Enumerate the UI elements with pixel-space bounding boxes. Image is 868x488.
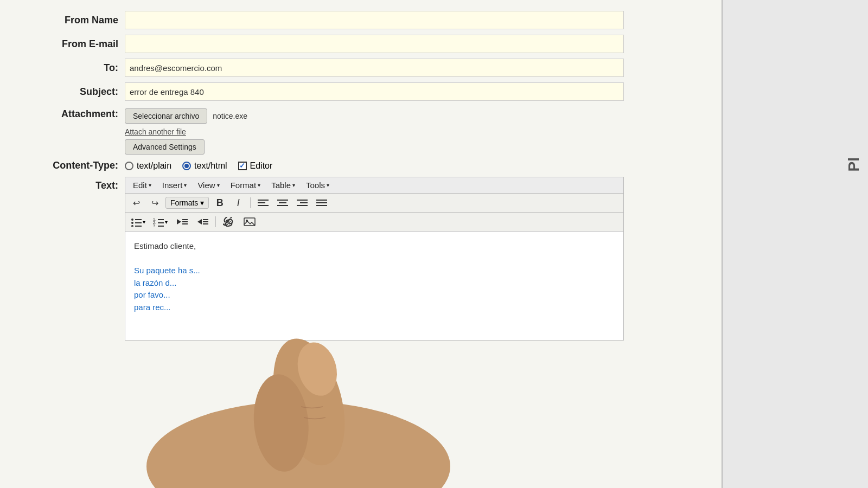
subject-value: error de entrega 840 [125, 82, 624, 101]
svg-rect-26 [182, 221, 188, 222]
svg-marker-24 [177, 219, 181, 224]
svg-rect-7 [300, 202, 308, 203]
content-line2 [134, 253, 615, 265]
menu-table[interactable]: Table ▾ [267, 179, 299, 191]
svg-rect-29 [203, 219, 208, 220]
to-row: To: andres@escomercio.com [16, 59, 705, 77]
advanced-settings-button[interactable]: Advanced Settings [125, 139, 205, 155]
outdent-button[interactable] [194, 215, 211, 229]
align-right-button[interactable] [294, 196, 310, 210]
svg-point-36 [250, 372, 312, 474]
toolbar-sep2 [215, 216, 216, 227]
svg-rect-31 [203, 223, 208, 224]
svg-rect-3 [277, 200, 288, 201]
from-email-input[interactable] [125, 35, 624, 53]
table-arrow: ▾ [292, 182, 295, 188]
checkbox-editor[interactable]: Editor [238, 161, 273, 171]
menu-insert[interactable]: Insert ▾ [158, 179, 192, 191]
to-label: To: [16, 62, 125, 74]
svg-rect-9 [316, 200, 327, 201]
right-panel-label: Pl [845, 157, 863, 171]
svg-rect-30 [203, 221, 208, 222]
menu-tools[interactable]: Tools ▾ [302, 179, 334, 191]
indent-icon [176, 217, 188, 227]
svg-rect-23 [158, 226, 164, 227]
attachment-row: Attachment: Seleccionar archivo notice.e… [16, 106, 705, 155]
editor-content[interactable]: Estimado cliente, Su paquete ha s... la … [125, 232, 623, 340]
menu-edit[interactable]: Edit ▾ [129, 179, 156, 191]
radio-plain-label: text/plain [137, 161, 171, 171]
indent-button[interactable] [173, 215, 190, 229]
svg-rect-8 [297, 205, 308, 206]
from-name-label: From Name [16, 15, 125, 26]
undo-button[interactable]: ↩ [129, 196, 144, 210]
from-email-row: From E-mail [16, 35, 705, 53]
svg-rect-21 [158, 222, 164, 223]
formats-button[interactable]: Formats ▾ [165, 197, 209, 209]
unordered-list-icon [131, 217, 142, 227]
align-left-icon [258, 198, 269, 207]
radio-text-plain[interactable]: text/plain [125, 161, 171, 171]
svg-rect-0 [258, 200, 269, 201]
content-type-options: text/plain text/html Editor [125, 161, 272, 171]
bold-button[interactable]: B [212, 196, 227, 210]
attachment-filename: notice.exe [213, 112, 247, 120]
align-center-button[interactable] [275, 196, 291, 210]
italic-button[interactable]: I [231, 196, 246, 210]
menu-format[interactable]: Format ▾ [226, 179, 265, 191]
ul-arrow: ▾ [143, 219, 145, 225]
radio-plain-circle [125, 162, 133, 170]
attach-another-link[interactable]: Attach another file [125, 127, 186, 136]
from-email-label: From E-mail [16, 38, 125, 50]
ol-arrow: ▾ [165, 219, 168, 225]
subject-row: Subject: error de entrega 840 [16, 82, 705, 101]
content-line6: para rec... [134, 301, 615, 314]
justify-button[interactable] [314, 196, 330, 210]
svg-point-16 [131, 225, 133, 227]
view-arrow: ▾ [217, 182, 220, 188]
link-button[interactable] [220, 215, 238, 229]
from-name-input[interactable] [125, 11, 624, 29]
svg-rect-4 [279, 202, 286, 203]
content-line1: Estimado cliente, [134, 240, 615, 253]
svg-point-34 [146, 401, 450, 488]
svg-rect-10 [316, 202, 327, 203]
svg-rect-11 [316, 205, 327, 206]
tools-arrow: ▾ [327, 182, 329, 188]
svg-text:3.: 3. [153, 224, 156, 227]
menu-view[interactable]: View ▾ [193, 179, 224, 191]
radio-html-circle [182, 162, 191, 170]
svg-rect-1 [258, 202, 265, 203]
ordered-list-button[interactable]: 1. 2. 3. ▾ [151, 216, 170, 228]
unordered-list-button[interactable]: ▾ [129, 216, 148, 228]
insert-arrow: ▾ [184, 182, 187, 188]
image-button[interactable] [241, 215, 258, 229]
align-left-button[interactable] [255, 196, 271, 210]
to-value: andres@escomercio.com [125, 59, 624, 77]
svg-rect-2 [258, 205, 269, 206]
svg-rect-27 [182, 223, 188, 224]
content-line4: la razón d... [134, 277, 615, 290]
svg-point-35 [261, 331, 358, 473]
editor-label: Editor [250, 161, 273, 171]
svg-rect-6 [297, 200, 308, 201]
radio-text-html[interactable]: text/html [182, 161, 227, 171]
svg-point-14 [131, 222, 133, 224]
editor-toolbar-row1: ↩ ↪ Formats ▾ B I [125, 194, 623, 213]
redo-button[interactable]: ↪ [147, 196, 162, 210]
outdent-icon [196, 217, 208, 227]
align-right-icon [297, 198, 308, 207]
subject-label: Subject: [16, 86, 125, 98]
content-type-row: Content-Type: text/plain text/html Edito… [16, 160, 705, 171]
format-arrow: ▾ [258, 182, 260, 188]
editor-checkbox [238, 162, 247, 170]
svg-marker-28 [197, 219, 202, 224]
attachment-file-row: Seleccionar archivo notice.exe [125, 108, 247, 124]
svg-rect-13 [135, 219, 142, 220]
align-center-icon [277, 198, 288, 207]
radio-html-label: text/html [194, 161, 227, 171]
from-name-row: From Name [16, 11, 705, 29]
select-file-button[interactable]: Seleccionar archivo [125, 108, 207, 124]
text-row: Text: Edit ▾ Insert ▾ View ▾ [16, 177, 705, 341]
svg-rect-5 [277, 205, 288, 206]
